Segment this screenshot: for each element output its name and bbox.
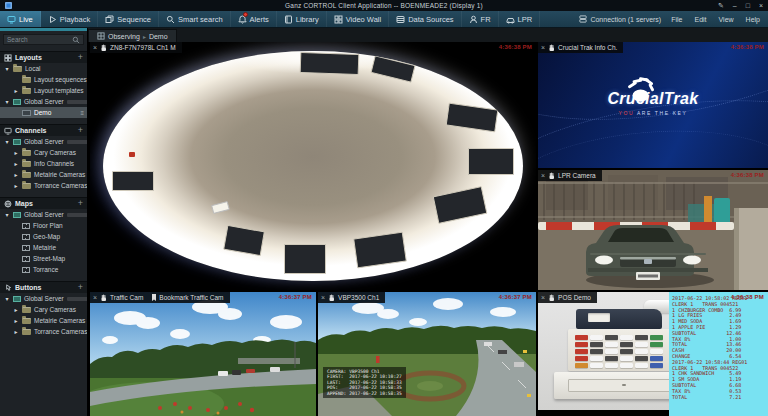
sidebar-item-label: Global Server <box>24 138 64 145</box>
hand-icon[interactable] <box>548 44 555 52</box>
video-tile-lpr[interactable]: × LPR Camera 4:36:38 PM <box>538 170 768 290</box>
tile-title: Traffic Cam <box>110 294 143 301</box>
add-layout-button[interactable]: + <box>78 53 83 62</box>
sidebar-item-metairie[interactable]: Metairie <box>0 242 87 253</box>
close-button[interactable]: × <box>759 2 763 10</box>
faded-suffix <box>67 213 87 217</box>
tile-header[interactable]: × ZN8-F7N7978L Ch1 M <box>90 42 182 53</box>
tile-header[interactable]: × LPR Camera <box>538 170 602 181</box>
sidebar-item-geo-map[interactable]: Geo-Map <box>0 231 87 242</box>
close-icon[interactable]: × <box>541 45 545 51</box>
connection-status[interactable]: Connection (1 servers) <box>579 15 661 23</box>
sidebar-item-torrance-cameras[interactable]: ▸Torrance Cameras <box>0 326 87 337</box>
sidebar-item-local[interactable]: ▾Local <box>0 63 87 74</box>
close-icon[interactable]: × <box>541 295 545 301</box>
section-header-layouts[interactable]: Layouts + <box>0 51 87 63</box>
close-icon[interactable]: × <box>321 295 325 301</box>
hand-icon[interactable] <box>100 44 107 52</box>
chevron-open-icon[interactable]: ▾ <box>4 138 10 145</box>
add-map-button[interactable]: + <box>78 199 83 208</box>
menu-help[interactable]: Help <box>744 16 762 23</box>
sidebar-item-metairie-cameras[interactable]: ▸Metairie Cameras <box>0 169 87 180</box>
sidebar-item-floor-plan[interactable]: Floor Plan <box>0 220 87 231</box>
tab-video-wall[interactable]: Video Wall <box>327 11 389 27</box>
chevron-closed-icon[interactable]: ▸ <box>13 149 19 156</box>
close-icon[interactable]: × <box>541 173 545 179</box>
tab-observing-demo[interactable]: Observing ▸ Demo <box>88 29 177 42</box>
crucialtrak-tagline: YOU ARE THE KEY <box>607 110 698 116</box>
tab-live[interactable]: Live <box>0 11 41 27</box>
video-tile-fisheye[interactable]: × ZN8-F7N7978L Ch1 M 4:36:38 PM <box>90 42 536 290</box>
bookmark-button[interactable]: Bookmark Traffic Cam <box>151 294 223 302</box>
hand-icon[interactable] <box>548 172 555 180</box>
row-menu-icon[interactable]: ≡ <box>80 110 84 116</box>
sidebar-item-cary-cameras[interactable]: ▸Cary Cameras <box>0 304 87 315</box>
chevron-closed-icon[interactable]: ▸ <box>13 328 19 335</box>
chevron-closed-icon[interactable]: ▸ <box>13 87 19 94</box>
tile-header[interactable]: × Crucial Trak Info Ch. <box>538 42 623 53</box>
tab-smart-search[interactable]: Smart search <box>159 11 231 27</box>
section-header-buttons[interactable]: Buttons + <box>0 281 87 293</box>
hand-icon[interactable] <box>100 294 107 302</box>
video-tile-traffic[interactable]: × Traffic Cam Bookmark Traffic Cam 4:36:… <box>90 292 316 416</box>
sidebar-item-global-server[interactable]: ▾Global Server <box>0 293 87 304</box>
sidebar-item-torrance-cameras[interactable]: ▸Torrance Cameras <box>0 180 87 191</box>
video-tile-pos[interactable]: 2017-06-22 10:58:02 REG01CLERK 1 TRANS 0… <box>538 292 768 416</box>
register-key <box>575 363 588 368</box>
add-button-button[interactable]: + <box>78 283 83 292</box>
sidebar-item-global-server[interactable]: ▾Global Server <box>0 136 87 147</box>
chevron-closed-icon[interactable]: ▸ <box>13 317 19 324</box>
sidebar-item-layout-sequences[interactable]: Layout sequences <box>0 74 87 85</box>
sidebar-item-label: Torrance Cameras <box>34 328 87 335</box>
chevron-closed-icon[interactable]: ▸ <box>13 182 19 189</box>
chevron-closed-icon[interactable]: ▸ <box>13 306 19 313</box>
chevron-open-icon[interactable]: ▾ <box>4 295 10 302</box>
tile-header[interactable]: × POS Demo <box>538 292 597 303</box>
chevron-closed-icon[interactable]: ▸ <box>13 160 19 167</box>
sidebar-item-metairie-cameras[interactable]: ▸Metairie Cameras <box>0 315 87 326</box>
tab-library[interactable]: Library <box>277 11 327 27</box>
register-key <box>650 349 663 354</box>
vbp-video: CAMERA: VBP3500 Ch1FIRST: 2017-06-22 10:… <box>318 292 536 416</box>
sidebar-item-cary-cameras[interactable]: ▸Cary Cameras <box>0 147 87 158</box>
sidebar-item-layout-templates[interactable]: ▸Layout templates <box>0 85 87 96</box>
chevron-open-icon[interactable]: ▾ <box>4 211 10 218</box>
sidebar-item-street-map[interactable]: Street-Map <box>0 253 87 264</box>
tile-header[interactable]: × VBP3500 Ch1 <box>318 292 385 303</box>
sidebar-item-label: Torrance <box>33 266 58 273</box>
minimize-button[interactable]: – <box>733 2 737 10</box>
sidebar-item-demo[interactable]: Demo≡ <box>0 107 87 118</box>
menu-edit[interactable]: Edit <box>692 16 708 23</box>
hand-icon[interactable] <box>548 294 555 302</box>
tile-header[interactable]: × Traffic Cam Bookmark Traffic Cam <box>90 292 230 303</box>
tab-playback[interactable]: Playback <box>41 11 98 27</box>
sidebar-item-torrance[interactable]: Torrance <box>0 264 87 275</box>
hand-icon[interactable] <box>328 294 335 302</box>
section-title: Channels <box>15 127 75 134</box>
sidebar-item-info-channels[interactable]: ▸Info Channels <box>0 158 87 169</box>
chevron-open-icon[interactable]: ▾ <box>4 98 10 105</box>
tab-lpr[interactable]: LPR <box>499 11 541 27</box>
video-tile-vbp3500[interactable]: CAMERA: VBP3500 Ch1FIRST: 2017-06-22 10:… <box>318 292 536 416</box>
menu-file[interactable]: File <box>669 16 684 23</box>
register-key <box>575 356 588 361</box>
close-icon[interactable]: × <box>93 45 97 51</box>
section-header-maps[interactable]: Maps + <box>0 197 87 209</box>
tab-sequence[interactable]: Sequence <box>98 11 159 27</box>
pin-icon[interactable]: ✎ <box>718 2 724 10</box>
maximize-button[interactable]: □ <box>746 2 750 10</box>
sidebar-item-global-server[interactable]: ▾Global Server <box>0 209 87 220</box>
chevron-closed-icon[interactable]: ▸ <box>13 171 19 178</box>
chevron-open-icon[interactable]: ▾ <box>4 65 10 72</box>
register-key <box>605 342 618 347</box>
tab-fr[interactable]: FR <box>462 11 499 27</box>
close-icon[interactable]: × <box>93 295 97 301</box>
search-input[interactable]: Search <box>3 34 84 45</box>
menu-view[interactable]: View <box>717 16 736 23</box>
tab-data-sources[interactable]: Data Sources <box>389 11 461 27</box>
sidebar-item-global-server[interactable]: ▾Global Server <box>0 96 87 107</box>
add-channel-button[interactable]: + <box>78 126 83 135</box>
section-header-channels[interactable]: Channels + <box>0 124 87 136</box>
video-tile-crucialtrak[interactable]: CrucialTrak YOU ARE THE KEY × Crucial Tr… <box>538 42 768 168</box>
tab-alerts[interactable]: Alerts <box>231 11 277 27</box>
